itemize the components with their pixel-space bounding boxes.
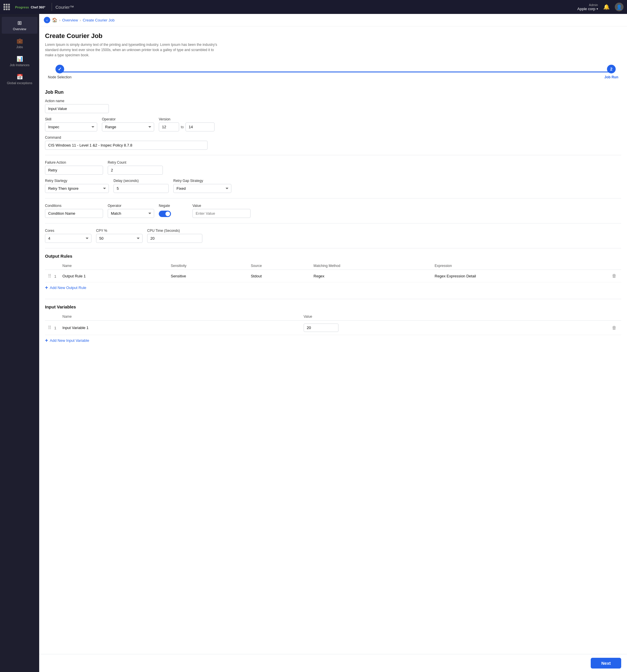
svg-text:Progress: Progress bbox=[15, 5, 29, 9]
command-row: Command bbox=[45, 136, 621, 150]
output-rules-header: Name Sensitivity Source Matching Method … bbox=[45, 262, 621, 270]
action-name-label: Action name bbox=[45, 99, 109, 103]
retry-count-label: Retry Count bbox=[108, 161, 163, 165]
breadcrumb-create-courier-job: Create Courier Job bbox=[83, 18, 115, 22]
sidebar-item-global-exceptions[interactable]: 📅 Global exceptions bbox=[2, 71, 38, 88]
version-group: Version to bbox=[159, 117, 214, 131]
user-info: Admin Apple corp ▾ bbox=[577, 3, 598, 11]
output-rule-sensitivity: Sensitive bbox=[168, 270, 248, 282]
add-output-rule-label: Add New Output Rule bbox=[50, 286, 87, 290]
negate-toggle-wrapper bbox=[159, 209, 188, 217]
output-rule-row-1: ⠿ 1 Output Rule 1 Sensitive Stdout Regex… bbox=[45, 270, 621, 282]
svg-text:Chef 360°: Chef 360° bbox=[31, 5, 45, 9]
input-variables-title: Input Variables bbox=[45, 304, 621, 309]
sidebar-label-jobs: Jobs bbox=[16, 45, 23, 49]
col-header-source: Source bbox=[248, 262, 310, 270]
conditions-label: Conditions bbox=[45, 204, 103, 208]
delete-output-rule-1-button[interactable]: 🗑 bbox=[610, 273, 618, 279]
retry-strategy-select[interactable]: Retry Then Ignore Retry Then Fail Retry … bbox=[45, 184, 109, 193]
operator-cond-select[interactable]: Match Not Match Equals Contains bbox=[108, 209, 154, 218]
version-to-input[interactable] bbox=[185, 122, 214, 131]
stepper: ✓ Node Selection 2 Job Run bbox=[45, 65, 621, 79]
version-from-input[interactable] bbox=[159, 122, 179, 131]
company-name[interactable]: Apple corp ▾ bbox=[577, 7, 598, 11]
cpu-time-input[interactable] bbox=[147, 234, 202, 243]
output-rule-drag-num: ⠿ 1 bbox=[45, 270, 60, 282]
negate-toggle[interactable] bbox=[159, 211, 171, 217]
operator-select[interactable]: Range Equals Greater Than bbox=[102, 122, 154, 131]
notification-bell-icon[interactable]: 🔔 bbox=[603, 4, 609, 10]
output-rules-section: Output Rules Name Sensitivity Source Mat… bbox=[45, 254, 621, 293]
retry-gap-label: Retry Gap Strategy bbox=[173, 179, 231, 183]
skill-select[interactable]: Inspec Chef Ansible bbox=[45, 122, 97, 131]
retry-count-input[interactable] bbox=[108, 166, 163, 175]
job-run-title: Job Run bbox=[45, 87, 621, 95]
output-rule-expression: Regex Expression Detail bbox=[432, 270, 607, 282]
sidebar-item-job-instances[interactable]: 📊 Job Instances bbox=[2, 53, 38, 70]
home-icon[interactable]: 🏠 bbox=[52, 18, 57, 23]
operator-cond-group: Operator Match Not Match Equals Contains bbox=[108, 204, 154, 218]
divider-2 bbox=[45, 198, 621, 198]
add-input-variable-link[interactable]: + Add New Input Variable bbox=[45, 335, 621, 346]
iv-drag-handle-icon[interactable]: ⠿ bbox=[48, 325, 51, 330]
failure-action-input[interactable] bbox=[45, 166, 103, 175]
action-name-group: Action name bbox=[45, 99, 109, 113]
grid-menu-icon[interactable] bbox=[3, 4, 10, 10]
breadcrumb-overview[interactable]: Overview bbox=[62, 18, 78, 22]
delay-input[interactable] bbox=[114, 184, 169, 193]
input-variables-body: ⠿ 1 Input Variable 1 🗑 bbox=[45, 321, 621, 335]
col-header-actions bbox=[607, 262, 621, 270]
delay-label: Delay (seconds) bbox=[114, 179, 169, 183]
input-var-value-wrapper bbox=[304, 323, 604, 332]
retry-gap-select[interactable]: Fixed Linear Exponential bbox=[173, 184, 231, 193]
command-input[interactable] bbox=[45, 141, 208, 150]
main-content: ‹ 🏠 › Overview › Create Courier Job Crea… bbox=[39, 14, 627, 672]
condition-name-input[interactable] bbox=[45, 209, 103, 218]
input-var-value-input[interactable] bbox=[304, 323, 339, 332]
step-job-run: 2 Job Run bbox=[604, 65, 618, 79]
output-rule-delete: 🗑 bbox=[607, 270, 621, 282]
retry-strategy-label: Retry Startegy bbox=[45, 179, 109, 183]
action-name-row: Action name bbox=[45, 99, 621, 113]
sidebar-label-overview: Overview bbox=[13, 27, 26, 31]
input-variables-header-row: Name Value bbox=[45, 313, 621, 321]
step-circle-2: 2 bbox=[607, 65, 616, 73]
value-input[interactable] bbox=[192, 209, 251, 218]
delay-group: Delay (seconds) bbox=[114, 179, 169, 193]
add-output-rule-link[interactable]: + Add New Output Rule bbox=[45, 282, 621, 293]
negate-group: Negate bbox=[159, 204, 188, 218]
output-rules-header-row: Name Sensitivity Source Matching Method … bbox=[45, 262, 621, 270]
overview-icon: ⊞ bbox=[18, 20, 22, 26]
divider-1 bbox=[45, 155, 621, 155]
stepper-line bbox=[56, 72, 609, 73]
cores-select[interactable]: 1 2 4 8 bbox=[45, 234, 91, 243]
action-name-input[interactable] bbox=[45, 104, 109, 113]
breadcrumb: ‹ 🏠 › Overview › Create Courier Job bbox=[39, 14, 627, 26]
admin-label: Admin bbox=[589, 3, 598, 7]
cpy-select[interactable]: 25 50 75 100 bbox=[96, 234, 142, 243]
top-nav-right: Admin Apple corp ▾ 🔔 👤 bbox=[577, 3, 624, 11]
step-label-1: Node Selection bbox=[48, 75, 71, 79]
top-nav: Progress Chef 360° Courier™ Admin Apple … bbox=[0, 0, 627, 14]
input-variable-row-1: ⠿ 1 Input Variable 1 🗑 bbox=[45, 321, 621, 335]
sidebar-label-job-instances: Job Instances bbox=[10, 63, 30, 67]
back-button[interactable]: ‹ bbox=[44, 17, 50, 23]
cpy-group: CPY % 25 50 75 100 bbox=[96, 229, 142, 243]
user-avatar[interactable]: 👤 bbox=[615, 3, 624, 11]
sidebar: ⊞ Overview 💼 Jobs 📊 Job Instances 📅 Glob… bbox=[0, 14, 39, 672]
sidebar-item-overview[interactable]: ⊞ Overview bbox=[2, 17, 38, 34]
output-rules-table: Name Sensitivity Source Matching Method … bbox=[45, 262, 621, 282]
cpu-time-group: CPU Time (Seconds) bbox=[147, 229, 202, 243]
retry-gap-group: Retry Gap Strategy Fixed Linear Exponent… bbox=[173, 179, 231, 193]
version-to-label: to bbox=[181, 125, 184, 129]
delete-input-var-1-button[interactable]: 🗑 bbox=[610, 325, 618, 331]
operator-group: Operator Range Equals Greater Than bbox=[102, 117, 154, 131]
sidebar-item-jobs[interactable]: 💼 Jobs bbox=[2, 35, 38, 52]
drag-handle-icon[interactable]: ⠿ bbox=[48, 273, 51, 279]
retry-strategy-row: Retry Startegy Retry Then Ignore Retry T… bbox=[45, 179, 621, 193]
col-header-matching-method: Matching Method bbox=[310, 262, 432, 270]
failure-action-group: Failure Action bbox=[45, 161, 103, 175]
next-button[interactable]: Next bbox=[591, 658, 621, 669]
skill-group: Skill Inspec Chef Ansible bbox=[45, 117, 97, 131]
page-title: Create Courier Job bbox=[45, 32, 621, 40]
